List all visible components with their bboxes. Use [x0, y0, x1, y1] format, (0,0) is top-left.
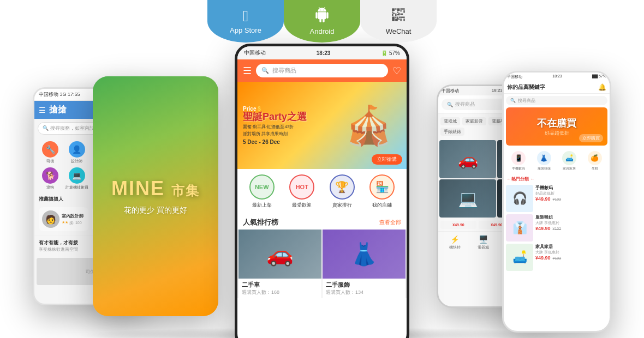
rf-sub-3: 大牌 享低惠於	[535, 250, 607, 255]
rf-banner-main-text: 不在膳買	[537, 117, 576, 130]
heart-icon[interactable]: ♡	[392, 65, 401, 77]
rf-cat-icon-4: 🍊	[588, 151, 602, 165]
person-badge-1: ★★ 接: 100	[62, 220, 85, 226]
banner-cta-button[interactable]: 立即搶購	[372, 154, 402, 165]
rb-search-icon: 🔍	[447, 102, 453, 107]
service-label-1: 司償	[46, 159, 54, 164]
svg-rect-4	[393, 13, 395, 14]
person-stars-1: ★★	[62, 220, 68, 226]
brand-logo-suffix: 市集	[171, 183, 200, 198]
badge-android[interactable]: Android	[284, 0, 360, 43]
rf-price-3: ¥49.90	[535, 255, 551, 261]
service-item-2[interactable]: 👤 設計師	[65, 141, 89, 164]
rf-old-price-1: ¥102	[553, 197, 562, 201]
rf-price-row-3: ¥49.90 ¥102	[535, 255, 607, 261]
status-bar-center: 中国移动 18:23 🔋 57%	[237, 46, 407, 59]
rb-nav-icon-2: 🖥️	[479, 235, 488, 244]
rf-search-bar[interactable]: 🔍 搜尋商品	[506, 96, 607, 105]
categories-row: NEW 最新上架 HOT 最受歡迎 🏆 賣家排行 🏪 我的店鋪	[237, 169, 407, 214]
svg-rect-0	[392, 8, 395, 11]
brand-tagline: 花的更少 買的更好	[124, 206, 187, 215]
search-box-center[interactable]: 🔍 搜尋商品	[256, 64, 388, 77]
product-card-2[interactable]: 👗 二手服飾 週購買人數：134	[323, 230, 406, 298]
svg-rect-18	[395, 19, 398, 21]
banner-sub2: 派對場所 共享成果時刻	[243, 131, 307, 137]
svg-rect-9	[395, 14, 396, 16]
rb-price-1: ¥49.90	[440, 221, 476, 229]
product-sub-1: 週購買人數：168	[242, 289, 318, 296]
rf-price-row-1: ¥49.90 ¥102	[535, 196, 607, 202]
service-item-6[interactable]: 💻 計算機技術員	[65, 167, 89, 190]
svg-rect-10	[401, 8, 405, 9]
rf-product-3[interactable]: 🛋️ 家具家居 大牌 享低惠於 ¥49.90 ¥102	[506, 244, 607, 271]
carrier-center: 中国移动	[244, 49, 266, 57]
products-grid-center: 🚗 二手車 週購買人數：168 👗 二手服飾 週購買人數：134	[237, 230, 407, 298]
category-new-label: 最新上架	[252, 202, 272, 209]
product-sub-2: 週購買人數：134	[326, 289, 402, 296]
banner-text: Price $ 聖誕Party之選 圍裙·廚工具·紅酒低至43折 派對場所 共享…	[243, 106, 307, 145]
svg-rect-7	[398, 13, 399, 14]
rf-carrier: 中国移动	[507, 74, 522, 80]
main-banner[interactable]: Price $ 聖誕Party之選 圍裙·廚工具·紅酒低至43折 派對場所 共享…	[237, 82, 407, 169]
rf-product-2[interactable]: 👔 服裝韓姐 大牌 享低惠於 ¥49.90 ¥102	[506, 214, 607, 242]
rf-cat-4[interactable]: 🍊 生鮮	[588, 151, 602, 171]
rb-cat-5[interactable]: 手錶錶錶	[440, 128, 464, 136]
badge-appstore[interactable]:  App Store	[207, 0, 284, 43]
rf-main-banner[interactable]: 不在膳買 好品超低折 立即購買	[506, 107, 607, 146]
badge-wechat[interactable]: WeChat	[360, 0, 437, 43]
rf-old-price-3: ¥102	[553, 256, 562, 260]
rf-banner-discount: 立即購買	[579, 134, 603, 142]
person-card-1[interactable]: 🧑 室內設計師 ★★ 接: 100	[39, 207, 88, 231]
rf-cat-label-1: 手機數码	[512, 166, 525, 171]
service-item-1[interactable]: 🔧 司償	[39, 141, 62, 164]
rf-category-icons: 📱 手機數码 👗 服裝韓姐 🛋️ 家具家居 🍊 生鮮	[504, 148, 610, 174]
svg-rect-14	[392, 17, 395, 21]
product-card-1[interactable]: 🚗 二手車 週購買人數：168	[238, 230, 321, 298]
service-icon-1: 🔧	[42, 141, 58, 158]
rf-cat-1[interactable]: 📱 手機數码	[511, 151, 526, 171]
svg-rect-2	[397, 8, 400, 11]
rf-cat-3[interactable]: 🛋️ 家具家居	[562, 151, 576, 171]
brand-content: MINE 市集 花的更少 買的更好	[93, 76, 218, 316]
rf-search-icon: 🔍	[510, 98, 516, 103]
product-info-2: 二手服飾 週購買人數：134	[323, 279, 406, 298]
time-center: 18:23	[317, 50, 331, 56]
category-ranking-icon: 🏆	[330, 174, 355, 200]
rb-price-label-1: ¥49.90	[443, 223, 474, 227]
rf-cat-label-3: 家具家居	[563, 166, 576, 171]
rb-nav-icon-1: ⚡	[450, 235, 460, 244]
rb-grid-3[interactable]: 💻	[439, 179, 496, 218]
rf-top-title: 你的品薦關鍵字	[507, 83, 545, 91]
rf-cat-2[interactable]: 👗 服裝韓姐	[537, 151, 551, 171]
category-hot[interactable]: HOT 最受歡迎	[289, 174, 314, 209]
rf-battery: ▇▇ 57%	[592, 74, 606, 80]
hamburger-icon[interactable]: ☰	[243, 65, 252, 77]
rb-nav-1[interactable]: ⚡ 機快特	[449, 235, 461, 250]
rb-nav-label-1: 機快特	[449, 245, 461, 250]
rf-product-1[interactable]: 🎧 手機數码 好品超低折 ¥49.90 ¥102	[506, 185, 607, 212]
rf-cat-icon-3: 🛋️	[562, 151, 576, 165]
rf-cat-icon-1: 📱	[511, 151, 526, 165]
svg-rect-13	[401, 14, 403, 15]
svg-rect-3	[392, 11, 393, 13]
rf-thumb-2: 👔	[506, 214, 533, 242]
rf-cat-label-4: 生鮮	[592, 166, 598, 171]
section-more-center[interactable]: 查看全部	[379, 219, 401, 226]
category-ranking[interactable]: 🏆 賣家排行	[330, 174, 355, 209]
rf-notification-icon[interactable]: 🔔	[598, 83, 606, 91]
section-title-center: 人氣排行榜	[243, 218, 278, 227]
service-item-5[interactable]: 🐕 溜狗	[39, 167, 62, 190]
rb-cat-1[interactable]: 電器城	[440, 117, 460, 125]
svg-rect-5	[392, 14, 393, 16]
platform-badges-container:  App Store Android	[207, 0, 437, 43]
rf-price-row-2: ¥49.90 ¥102	[535, 226, 607, 231]
rb-nav-2[interactable]: 🖥️ 電器城	[478, 235, 489, 250]
svg-rect-22	[403, 19, 404, 21]
banner-subtitle: 圍裙·廚工具·紅酒低至43折	[243, 124, 307, 130]
svg-rect-17	[399, 17, 400, 18]
rb-cat-2[interactable]: 家庭影音	[462, 117, 486, 125]
category-new[interactable]: NEW 最新上架	[249, 174, 275, 209]
fountain-illustration: 🎪	[345, 103, 392, 148]
rb-grid-1[interactable]: 🚗	[439, 140, 496, 178]
category-store[interactable]: 🏪 我的店鋪	[369, 174, 395, 209]
